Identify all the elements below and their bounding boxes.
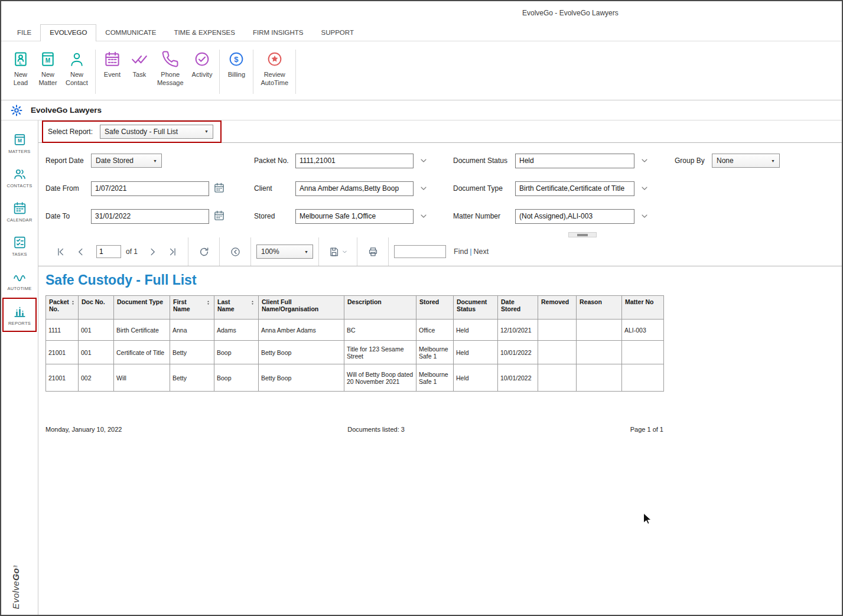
table-body: 1111001Birth CertificateAnnaAdamsAnna Am… bbox=[46, 320, 664, 392]
last-page-button[interactable] bbox=[162, 242, 183, 261]
chevron-down-icon[interactable] bbox=[640, 211, 649, 221]
next-page-button[interactable] bbox=[142, 242, 162, 261]
tab-firm-insights[interactable]: FIRM INSIGHTS bbox=[244, 25, 313, 41]
filter-input-stored[interactable] bbox=[295, 209, 414, 224]
column-header-last-name[interactable]: Last Name bbox=[214, 296, 259, 320]
chevron-down-icon: ▼ bbox=[153, 159, 157, 163]
refresh-button[interactable] bbox=[194, 242, 214, 261]
chevron-down-icon: ▼ bbox=[771, 159, 775, 163]
ribbon-event-button[interactable]: Event bbox=[99, 45, 126, 99]
chevron-down-icon[interactable] bbox=[419, 184, 428, 193]
table-cell: Betty bbox=[170, 364, 214, 392]
filter-input-matter-number[interactable] bbox=[515, 209, 634, 224]
ribbon-new-matter-button[interactable]: MNew Matter bbox=[34, 45, 61, 99]
chevron-down-icon[interactable] bbox=[419, 156, 428, 165]
ribbon-separator bbox=[253, 50, 253, 94]
report-footer: Monday, January 10, 2022 Documents liste… bbox=[45, 426, 663, 433]
select-report-highlight: Select Report: Safe Custody - Full List … bbox=[42, 120, 222, 143]
table-row: 1111001Birth CertificateAnnaAdamsAnna Am… bbox=[46, 320, 664, 341]
find-input[interactable] bbox=[394, 245, 446, 258]
filter-select-group-by[interactable]: None▼ bbox=[712, 154, 780, 168]
sort-icon[interactable] bbox=[206, 299, 211, 307]
ribbon-new-lead-button[interactable]: LNew Lead bbox=[7, 45, 34, 99]
first-page-button[interactable] bbox=[50, 242, 70, 261]
column-header-matter-no: Matter No bbox=[622, 296, 664, 320]
filter-input-packet-no[interactable] bbox=[295, 154, 414, 168]
table-cell: 002 bbox=[79, 364, 114, 392]
table-cell: BC bbox=[344, 320, 416, 341]
tab-file[interactable]: FILE bbox=[8, 25, 40, 41]
chevron-down-icon[interactable] bbox=[640, 184, 649, 193]
first-page-icon bbox=[55, 246, 66, 258]
sidebar-item-label: AUTOTIME bbox=[7, 286, 31, 291]
table-row: 21001002WillBettyBoopBetty BoopWill of B… bbox=[46, 364, 664, 392]
sort-icon[interactable] bbox=[250, 299, 255, 307]
tasks-icon bbox=[12, 235, 27, 250]
find-separator: | bbox=[470, 247, 471, 256]
toolbar-separator bbox=[188, 237, 188, 266]
ribbon-separator bbox=[219, 50, 220, 94]
page-number-input[interactable] bbox=[96, 245, 121, 258]
sidebar-item-matters[interactable]: MMATTERS bbox=[2, 126, 37, 159]
sidebar-item-tasks[interactable]: TASKS bbox=[2, 229, 37, 262]
ribbon-review-autotime-button[interactable]: Review AutoTime bbox=[256, 45, 292, 99]
filter-scrollbar[interactable] bbox=[568, 232, 597, 237]
column-header-removed: Removed bbox=[538, 296, 577, 320]
filter-input-date-to[interactable] bbox=[91, 209, 209, 224]
table-cell: Anna bbox=[170, 320, 214, 341]
export-save-button[interactable] bbox=[324, 242, 351, 261]
table-cell: Melbourne Safe 1 bbox=[416, 341, 454, 364]
footer-page: Page 1 of 1 bbox=[630, 426, 663, 433]
ribbon-billing-button[interactable]: $Billing bbox=[223, 45, 250, 99]
table-cell: Boop bbox=[214, 341, 259, 364]
select-report-dropdown[interactable]: Safe Custody - Full List ▼ bbox=[100, 125, 213, 139]
chevron-down-icon[interactable] bbox=[419, 211, 428, 221]
tab-evolvego[interactable]: EVOLVEGO bbox=[40, 24, 96, 41]
column-header-reason: Reason bbox=[577, 296, 622, 320]
calendar-icon[interactable] bbox=[213, 182, 226, 195]
filter-input-document-type[interactable] bbox=[515, 181, 634, 196]
ribbon-new-contact-button[interactable]: New Contact bbox=[61, 45, 92, 99]
filter-input-document-status[interactable] bbox=[515, 154, 634, 168]
tab-communicate[interactable]: COMMUNICATE bbox=[96, 25, 165, 41]
ribbon-activity-button[interactable]: Activity bbox=[188, 45, 217, 99]
chevron-down-icon[interactable] bbox=[640, 156, 649, 165]
sidebar-item-autotime[interactable]: AUTOTIME bbox=[2, 263, 37, 296]
scrollbar-thumb[interactable] bbox=[577, 234, 588, 236]
save-icon bbox=[328, 246, 340, 258]
ribbon-phone-message-button[interactable]: Phone Message bbox=[153, 45, 188, 99]
filter-input-client[interactable] bbox=[295, 181, 414, 196]
column-header-first-name[interactable]: First Name bbox=[170, 296, 214, 320]
footer-count: Documents listed: 3 bbox=[347, 426, 405, 433]
logo-part2: Go bbox=[11, 568, 21, 581]
calendar-icon[interactable] bbox=[213, 210, 226, 223]
tab-support[interactable]: SUPPORT bbox=[313, 25, 363, 41]
sidebar-item-calendar[interactable]: CALENDAR bbox=[2, 195, 37, 228]
previous-page-button[interactable] bbox=[70, 242, 90, 261]
filter-input-date-from[interactable] bbox=[91, 181, 209, 196]
table-cell: Will bbox=[114, 364, 170, 392]
filter-select-report-date[interactable]: Date Stored▼ bbox=[91, 154, 162, 168]
gear-icon[interactable] bbox=[10, 104, 23, 117]
column-header-packet-no[interactable]: Packet No. bbox=[46, 296, 79, 320]
tab-time-expenses[interactable]: TIME & EXPENSES bbox=[165, 25, 244, 41]
ribbon-label: Review AutoTime bbox=[261, 71, 288, 87]
toolbar-separator bbox=[318, 237, 319, 266]
column-header-document-status: Document Status bbox=[454, 296, 498, 320]
sidebar-item-label: CALENDAR bbox=[6, 217, 32, 223]
sidebar-item-label: REPORTS bbox=[8, 321, 31, 326]
print-button[interactable] bbox=[363, 242, 383, 261]
sort-icon[interactable] bbox=[70, 299, 76, 307]
sidebar-item-contacts[interactable]: CONTACTS bbox=[2, 161, 37, 194]
back-to-parent-button[interactable] bbox=[225, 242, 245, 261]
ribbon-task-button[interactable]: Task bbox=[126, 45, 153, 99]
filter-label: Matter Number bbox=[453, 212, 515, 220]
find-next-button[interactable]: Next bbox=[474, 247, 489, 256]
find-button[interactable]: Find bbox=[454, 247, 468, 256]
sidebar-item-reports[interactable]: REPORTS bbox=[2, 298, 37, 332]
zoom-select[interactable]: 100% ▼ bbox=[256, 245, 313, 259]
table-cell: 1111 bbox=[46, 320, 79, 341]
logo-part1: Evolve bbox=[11, 581, 21, 609]
column-label: Matter No bbox=[625, 298, 653, 305]
ribbon-label: New Contact bbox=[66, 71, 88, 87]
